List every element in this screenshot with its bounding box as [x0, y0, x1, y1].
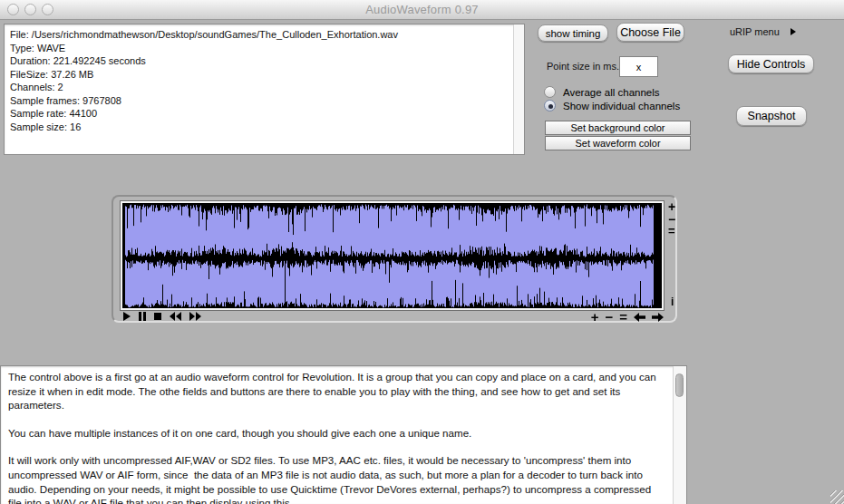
- file-info-field[interactable]: File: /Users/richmondmathewson/Desktop/s…: [4, 24, 525, 155]
- file-info-line: Sample size: 16: [10, 121, 508, 134]
- point-size-input[interactable]: [619, 56, 658, 77]
- description-scrollbar[interactable]: [673, 366, 686, 504]
- file-info-line: Sample frames: 9767808: [10, 94, 508, 108]
- horizontal-zoom-controls: + − =: [591, 309, 664, 325]
- stop-icon[interactable]: [154, 312, 161, 321]
- menu-arrow-icon: [791, 28, 796, 35]
- radio-label: Show individual channels: [563, 101, 680, 111]
- file-info-line: FileSize: 37.26 MB: [10, 68, 508, 82]
- waveform-frame: [121, 201, 664, 310]
- description-paragraph: It will work only with uncompressed AIF,…: [8, 453, 665, 504]
- radio-button-icon[interactable]: [544, 86, 556, 98]
- pause-icon[interactable]: [139, 312, 146, 321]
- info-button[interactable]: i: [671, 296, 674, 307]
- urip-menu[interactable]: uRIP menu: [730, 26, 796, 37]
- file-info-line: Duration: 221.492245 seconds: [10, 54, 508, 68]
- hide-controls-button[interactable]: Hide Controls: [728, 54, 814, 73]
- snapshot-button[interactable]: Snapshot: [736, 106, 807, 126]
- file-info-line: Channels: 2: [10, 81, 508, 94]
- scrollbar-thumb[interactable]: [675, 373, 684, 397]
- description-paragraph: The control above is a first go at an au…: [8, 370, 665, 412]
- choose-file-button[interactable]: Choose File: [616, 23, 684, 42]
- file-info-line: File: /Users/richmondmathewson/Desktop/s…: [10, 28, 508, 42]
- resize-grip-icon[interactable]: [830, 490, 844, 504]
- radio-button-selected-icon[interactable]: [544, 100, 556, 111]
- show-timing-button[interactable]: show timing: [538, 24, 608, 42]
- file-info-line: Sample rate: 44100: [10, 107, 508, 121]
- waveform-display[interactable]: [122, 203, 662, 308]
- scroll-right-icon[interactable]: [652, 309, 664, 325]
- rewind-icon[interactable]: [170, 312, 181, 321]
- radio-average-all-channels[interactable]: Average all channels: [544, 86, 660, 98]
- file-info-scrollbar[interactable]: [513, 24, 524, 154]
- title-bar[interactable]: AudioWaveform 0.97: [0, 0, 844, 20]
- scroll-left-icon[interactable]: [634, 309, 645, 325]
- zoom-out-button[interactable]: −: [605, 311, 613, 324]
- urip-menu-label: uRIP menu: [730, 26, 780, 37]
- description-field[interactable]: The control above is a first go at an au…: [0, 365, 687, 504]
- set-waveform-color-button[interactable]: Set waveform color: [545, 136, 691, 150]
- vertical-zoom-reset-button[interactable]: =: [668, 226, 675, 237]
- zoom-in-button[interactable]: +: [591, 311, 599, 324]
- waveform-panel: + − = i + − =: [112, 195, 677, 323]
- play-icon[interactable]: [123, 312, 131, 321]
- radio-show-individual-channels[interactable]: Show individual channels: [544, 100, 680, 111]
- file-info-line: Type: WAVE: [10, 42, 508, 55]
- set-background-color-button[interactable]: Set background color: [545, 121, 691, 135]
- transport-controls: [123, 312, 201, 321]
- app-window: AudioWaveform 0.97 File: /Users/richmond…: [0, 0, 844, 504]
- fast-forward-icon[interactable]: [189, 312, 201, 321]
- description-paragraph: You can have multiple instances of it on…: [8, 426, 665, 441]
- window-title: AudioWaveform 0.97: [0, 3, 844, 16]
- point-size-label: Point size in ms.: [547, 61, 619, 72]
- radio-label: Average all channels: [563, 87, 660, 98]
- zoom-reset-button[interactable]: =: [619, 311, 627, 324]
- vertical-zoom-in-button[interactable]: +: [668, 201, 675, 212]
